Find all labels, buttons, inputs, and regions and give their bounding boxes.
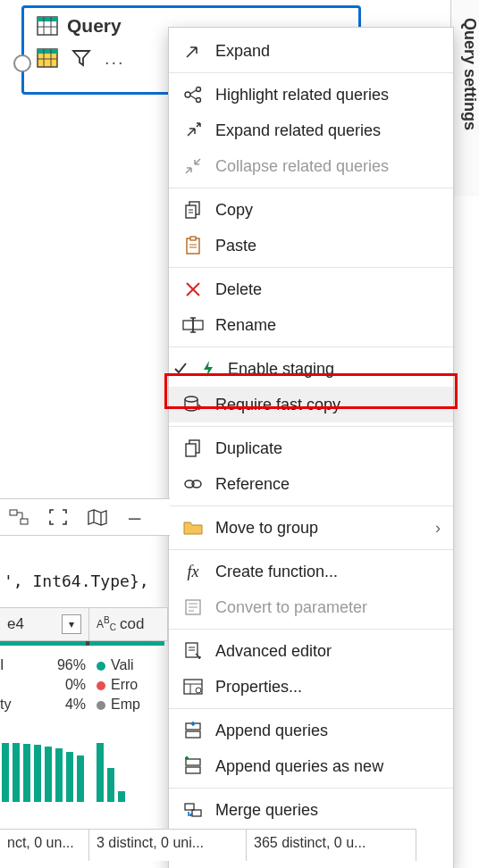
menu-append-queries-new[interactable]: Append queries as new bbox=[169, 748, 453, 784]
menu-expand[interactable]: Expand bbox=[169, 33, 453, 69]
menu-rename[interactable]: Rename bbox=[169, 307, 453, 343]
more-icon[interactable]: ... bbox=[105, 48, 125, 69]
graph-icon bbox=[181, 84, 205, 105]
table-yellow-icon[interactable] bbox=[37, 47, 58, 69]
svg-rect-6 bbox=[38, 49, 57, 54]
footer-distinct-1: nct, 0 un... bbox=[0, 829, 89, 861]
menu-label: Append queries bbox=[215, 722, 328, 740]
fx-icon: fx bbox=[181, 561, 205, 582]
properties-icon bbox=[181, 676, 205, 697]
svg-rect-16 bbox=[186, 205, 196, 218]
menu-label: Properties... bbox=[215, 678, 302, 697]
merge-icon bbox=[181, 799, 205, 821]
menu-collapse-related: Collapse related queries bbox=[169, 148, 453, 184]
menu-expand-related[interactable]: Expand related queries bbox=[169, 113, 453, 148]
column-dropdown-icon[interactable]: ▾ bbox=[62, 614, 81, 634]
distribution-chart-2 bbox=[97, 739, 159, 802]
svg-rect-39 bbox=[184, 680, 202, 694]
svg-rect-52 bbox=[21, 519, 28, 524]
svg-rect-20 bbox=[190, 237, 196, 240]
menu-label: Move to group bbox=[215, 519, 318, 538]
menu-convert-to-parameter: Convert to parameter bbox=[169, 589, 453, 625]
menu-label: Paste bbox=[215, 237, 256, 255]
context-menu: Expand Highlight related queries Expand … bbox=[168, 27, 454, 868]
reference-link-icon bbox=[181, 473, 205, 495]
duplicate-icon bbox=[181, 438, 205, 459]
rename-icon bbox=[181, 314, 205, 336]
svg-rect-29 bbox=[186, 444, 196, 456]
checkmark-icon bbox=[172, 362, 189, 376]
svg-rect-51 bbox=[10, 510, 17, 515]
menu-move-to-group[interactable]: Move to group › bbox=[169, 510, 453, 546]
svg-line-14 bbox=[190, 96, 197, 99]
copy-icon bbox=[181, 199, 205, 221]
menu-copy[interactable]: Copy bbox=[169, 192, 453, 228]
menu-label: Highlight related queries bbox=[215, 86, 389, 104]
menu-label: Require fast copy bbox=[215, 396, 340, 414]
menu-properties[interactable]: Properties... bbox=[169, 669, 453, 705]
menu-reference[interactable]: Reference bbox=[169, 466, 453, 502]
collapse-in-icon bbox=[181, 155, 205, 177]
menu-label: Copy bbox=[215, 201, 253, 220]
query-node-title: Query bbox=[67, 15, 122, 37]
query-settings-tab[interactable]: Query settings bbox=[450, 0, 479, 196]
delete-icon bbox=[181, 279, 205, 300]
column-header-1[interactable]: e4 ▾ bbox=[0, 607, 89, 641]
query-settings-label: Query settings bbox=[451, 18, 479, 130]
database-arrow-icon bbox=[181, 394, 205, 415]
menu-duplicate[interactable]: Duplicate bbox=[169, 430, 453, 466]
append-icon bbox=[181, 720, 205, 741]
menu-advanced-editor[interactable]: Advanced editor bbox=[169, 633, 453, 669]
menu-highlight-related[interactable]: Highlight related queries bbox=[169, 77, 453, 113]
svg-rect-44 bbox=[186, 731, 200, 738]
column-header-2[interactable]: ABC cod bbox=[89, 607, 168, 641]
menu-paste[interactable]: Paste bbox=[169, 228, 453, 263]
lightning-icon bbox=[199, 358, 217, 380]
map-icon[interactable] bbox=[86, 505, 109, 529]
code-text: ', Int64.Type}, bbox=[0, 572, 170, 590]
toolbar-separator: – bbox=[129, 505, 140, 530]
svg-point-10 bbox=[185, 92, 190, 97]
svg-rect-45 bbox=[186, 759, 200, 765]
svg-line-13 bbox=[190, 90, 197, 94]
type-text-icon: ABC bbox=[97, 615, 116, 632]
parameter-icon bbox=[181, 597, 205, 618]
menu-label: Enable staging bbox=[228, 360, 334, 379]
menu-label: Collapse related queries bbox=[215, 157, 389, 176]
menu-label: Reference bbox=[215, 475, 290, 494]
menu-label: Expand bbox=[215, 42, 270, 61]
menu-enable-staging[interactable]: Enable staging bbox=[169, 351, 453, 387]
view-toolbar: – bbox=[0, 498, 170, 536]
menu-label: Rename bbox=[215, 316, 276, 335]
menu-delete[interactable]: Delete bbox=[169, 271, 453, 307]
menu-label: Merge queries bbox=[215, 801, 318, 820]
folder-icon bbox=[181, 517, 205, 538]
column-stats-1: I96% 0% ty4% bbox=[0, 655, 86, 714]
svg-point-11 bbox=[197, 88, 201, 92]
svg-point-12 bbox=[197, 98, 201, 103]
menu-label: Advanced editor bbox=[215, 642, 332, 661]
table-icon bbox=[37, 15, 58, 37]
menu-label: Delete bbox=[215, 280, 262, 299]
paste-icon bbox=[181, 235, 205, 256]
filter-icon[interactable] bbox=[71, 47, 92, 69]
menu-label: Append queries as new bbox=[215, 757, 383, 776]
column-stats-2: Vali Erro Emp bbox=[97, 655, 164, 714]
menu-label: Duplicate bbox=[215, 439, 282, 458]
menu-label: Create function... bbox=[215, 563, 338, 581]
svg-rect-47 bbox=[185, 804, 194, 810]
expand-arrow-icon bbox=[181, 40, 205, 62]
diagram-view-icon[interactable] bbox=[7, 505, 30, 529]
node-connection-dot[interactable] bbox=[13, 54, 31, 72]
menu-create-function[interactable]: fx Create function... bbox=[169, 554, 453, 589]
append-new-icon bbox=[181, 755, 205, 777]
menu-label: Expand related queries bbox=[215, 121, 381, 140]
svg-point-27 bbox=[185, 396, 197, 402]
svg-rect-1 bbox=[38, 17, 57, 21]
fullscreen-icon[interactable] bbox=[46, 505, 70, 529]
expand-out-icon bbox=[181, 120, 205, 141]
menu-require-fast-copy[interactable]: Require fast copy bbox=[169, 387, 453, 422]
menu-append-queries[interactable]: Append queries bbox=[169, 713, 453, 748]
menu-merge-queries[interactable]: Merge queries bbox=[169, 792, 453, 828]
footer-distinct-3: 365 distinct, 0 u... bbox=[247, 829, 416, 861]
